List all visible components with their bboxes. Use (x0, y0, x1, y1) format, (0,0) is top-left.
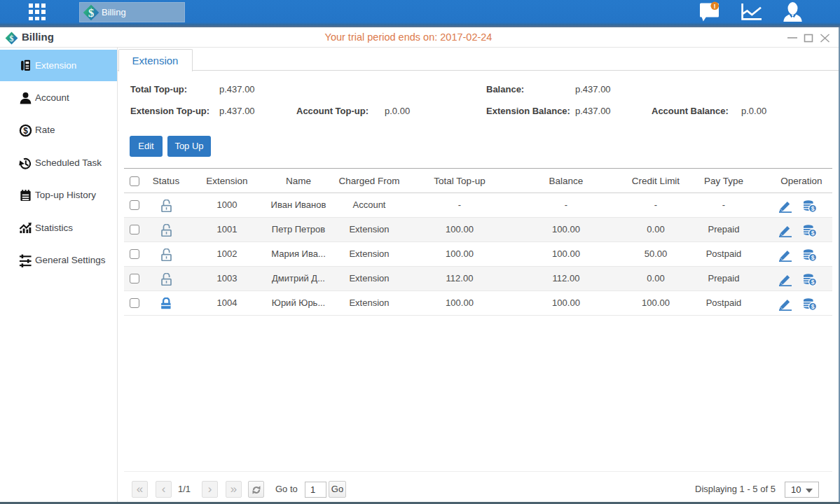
svg-text:$: $ (811, 302, 814, 309)
svg-text:$: $ (811, 253, 814, 260)
svg-text:$: $ (88, 6, 94, 20)
svg-text:$: $ (811, 278, 814, 285)
svg-text:$: $ (23, 126, 28, 136)
svg-text:$: $ (811, 229, 814, 236)
svg-text:$: $ (811, 204, 814, 211)
svg-text:!: ! (714, 2, 716, 10)
